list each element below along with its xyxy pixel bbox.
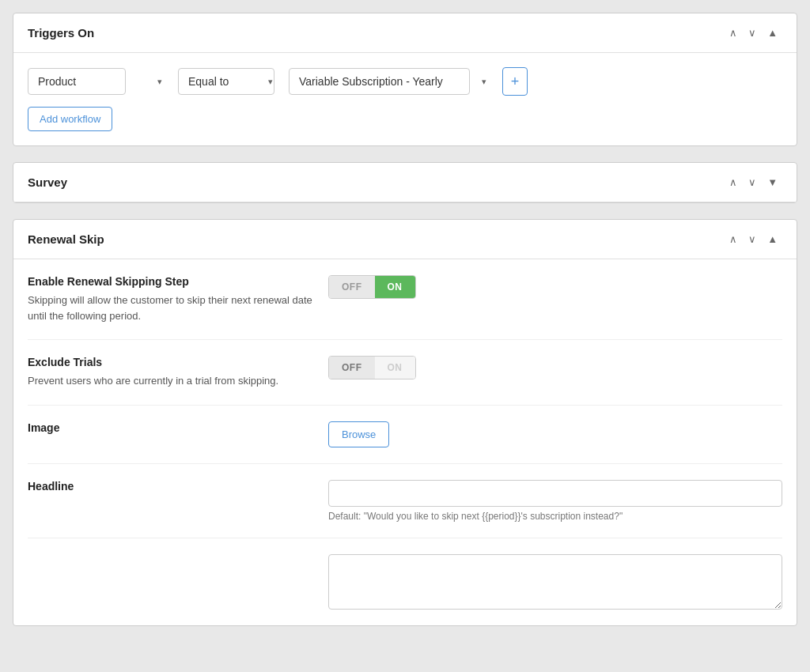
add-filter-btn[interactable]: + [502, 67, 528, 96]
exclude-trials-label: Exclude Trials Prevent users who are cur… [28, 356, 328, 389]
survey-down-btn[interactable]: ∨ [744, 174, 761, 191]
triggers-on-card: Triggers On ∧ ∨ ▲ Product Order Total Su… [13, 13, 797, 146]
renewal-skip-controls: ∧ ∨ ▲ [725, 231, 782, 247]
textarea-control [328, 554, 782, 610]
textarea-row [28, 538, 782, 625]
renewal-skip-header: Renewal Skip ∧ ∨ ▲ [13, 220, 797, 259]
headline-input[interactable] [328, 480, 782, 507]
exclude-trials-on[interactable]: ON [375, 357, 415, 379]
survey-header: Survey ∧ ∨ ▼ [13, 163, 797, 202]
triggers-on-down-btn[interactable]: ∨ [744, 25, 761, 41]
survey-collapse-btn[interactable]: ▼ [763, 174, 782, 191]
survey-controls: ∧ ∨ ▼ [725, 174, 782, 191]
filter-row: Product Order Total Subscription ▾ Equal… [28, 67, 782, 96]
renewal-skip-title: Renewal Skip [28, 232, 104, 246]
survey-card: Survey ∧ ∨ ▼ [13, 162, 797, 203]
value-select-wrapper: Variable Subscription - Yearly Monthly P… [289, 68, 494, 95]
survey-title: Survey [28, 176, 67, 189]
image-heading: Image [28, 421, 328, 434]
enable-renewal-control: OFF ON [328, 275, 782, 299]
exclude-trials-heading: Exclude Trials [28, 356, 328, 368]
product-select-wrapper: Product Order Total Subscription ▾ [28, 68, 170, 95]
image-label: Image [28, 421, 328, 439]
value-select[interactable]: Variable Subscription - Yearly Monthly P… [289, 68, 470, 95]
triggers-on-collapse-btn[interactable]: ▲ [763, 25, 782, 41]
textarea-input[interactable] [328, 554, 782, 610]
product-select-arrow: ▾ [157, 77, 162, 87]
add-workflow-button[interactable]: Add workflow [28, 107, 112, 131]
headline-row: Headline Default: "Would you like to ski… [28, 464, 782, 538]
triggers-on-controls: ∧ ∨ ▲ [725, 25, 782, 41]
exclude-trials-control: OFF ON [328, 356, 782, 379]
enable-renewal-on[interactable]: ON [375, 276, 415, 298]
value-select-arrow: ▾ [482, 77, 486, 87]
operator-select[interactable]: Equal to Not equal to Contains [178, 68, 274, 95]
renewal-skip-up-btn[interactable]: ∧ [725, 231, 742, 247]
headline-hint: Default: "Would you like to skip next {{… [328, 511, 782, 522]
browse-button[interactable]: Browse [328, 421, 389, 447]
image-row: Image Browse [28, 406, 782, 464]
exclude-trials-row: Exclude Trials Prevent users who are cur… [28, 340, 782, 406]
exclude-trials-off[interactable]: OFF [329, 357, 375, 379]
headline-block: Default: "Would you like to skip next {{… [328, 480, 782, 522]
headline-control: Default: "Would you like to skip next {{… [328, 480, 782, 522]
product-select[interactable]: Product Order Total Subscription [28, 68, 126, 95]
enable-renewal-heading: Enable Renewal Skipping Step [28, 275, 328, 288]
enable-renewal-description: Skipping will allow the customer to skip… [28, 293, 328, 323]
exclude-trials-toggle[interactable]: OFF ON [328, 356, 416, 379]
operator-select-wrapper: Equal to Not equal to Contains ▾ [178, 68, 281, 95]
headline-heading: Headline [28, 480, 328, 493]
triggers-on-header: Triggers On ∧ ∨ ▲ [13, 13, 797, 53]
enable-renewal-off[interactable]: OFF [329, 276, 375, 298]
image-control: Browse [328, 421, 782, 447]
triggers-on-body: Product Order Total Subscription ▾ Equal… [13, 53, 797, 145]
renewal-skip-body: Enable Renewal Skipping Step Skipping wi… [13, 259, 797, 625]
enable-renewal-toggle[interactable]: OFF ON [328, 275, 416, 299]
enable-renewal-label: Enable Renewal Skipping Step Skipping wi… [28, 275, 328, 323]
triggers-on-title: Triggers On [28, 26, 94, 40]
renewal-skip-collapse-btn[interactable]: ▲ [763, 231, 782, 247]
renewal-skip-down-btn[interactable]: ∨ [744, 231, 761, 247]
headline-label: Headline [28, 480, 328, 497]
survey-up-btn[interactable]: ∧ [725, 174, 742, 191]
triggers-on-up-btn[interactable]: ∧ [725, 25, 742, 41]
exclude-trials-description: Prevent users who are currently in a tri… [28, 373, 328, 389]
enable-renewal-row: Enable Renewal Skipping Step Skipping wi… [28, 259, 782, 340]
renewal-skip-card: Renewal Skip ∧ ∨ ▲ Enable Renewal Skippi… [13, 219, 797, 626]
